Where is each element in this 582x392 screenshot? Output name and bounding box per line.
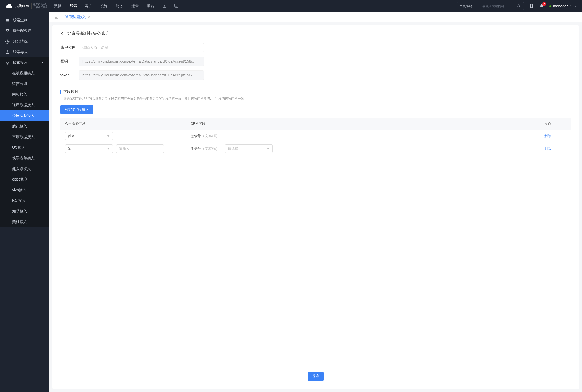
search-button[interactable] xyxy=(514,4,524,8)
col-action: 操作 xyxy=(544,121,571,126)
sidebar-subitem[interactable]: 知乎接入 xyxy=(0,206,49,217)
svg-rect-6 xyxy=(6,20,9,20)
svg-rect-7 xyxy=(6,21,9,22)
sidebar-subitem[interactable]: 快手表单接入 xyxy=(0,153,49,164)
crm-field-type: （文本框） xyxy=(201,146,220,151)
table-row: 项目微信号（文本框）请选择删除 xyxy=(60,142,571,155)
main: 通用数据接入✕ 北京昱新科技头条账户 账户名称 密钥 token xyxy=(49,12,582,392)
sidebar-subitem[interactable]: UC接入 xyxy=(0,142,49,153)
sidebar-subitem[interactable]: 百度数据接入 xyxy=(0,132,49,142)
sidebar-subitem[interactable]: 在线客服接入 xyxy=(0,68,49,79)
pie-icon xyxy=(5,39,10,44)
user-menu[interactable]: manager11 xyxy=(549,4,577,8)
sidebar-item[interactable]: 线索查询 xyxy=(0,15,49,25)
sidebar-item[interactable]: 线索接入 xyxy=(0,57,49,68)
topnav-item[interactable]: 客户 xyxy=(85,4,92,8)
status-dot xyxy=(549,5,551,7)
topnav-item[interactable]: 公海 xyxy=(100,4,108,8)
toutiao-extra-input[interactable] xyxy=(116,144,164,153)
sidebar-subitem[interactable]: 通用数据接入 xyxy=(0,100,49,110)
search-type-select[interactable]: 手机号码 xyxy=(457,2,479,10)
chevron-down-icon xyxy=(474,5,476,7)
tab-label: 通用数据接入 xyxy=(65,15,86,19)
user-icon[interactable] xyxy=(162,4,167,8)
account-name-input[interactable] xyxy=(79,43,204,52)
topnav-item[interactable]: 运营 xyxy=(131,4,139,8)
username: manager11 xyxy=(553,4,572,8)
add-mapping-button[interactable]: +添加字段映射 xyxy=(60,105,93,114)
toutiao-field-select[interactable]: 姓名 xyxy=(65,132,113,140)
crm-field-name: 微信号 xyxy=(191,146,201,151)
sidebar-subitem[interactable]: oppo接入 xyxy=(0,174,49,185)
logo-brand: 云朵CRM xyxy=(15,4,30,8)
topnav-item[interactable]: 线索 xyxy=(70,4,77,8)
phone-icon[interactable] xyxy=(174,4,178,8)
chevron-down-icon xyxy=(574,5,577,7)
notification-count: 5 xyxy=(542,2,546,6)
top-bar: 云朵CRM 教育机构一站式服务云平台 数据线索客户公海财务运营报名 手机号码 5… xyxy=(0,0,582,12)
sidebar-subitem[interactable]: vivo接入 xyxy=(0,185,49,195)
svg-rect-5 xyxy=(6,19,9,19)
content: 北京昱新科技头条账户 账户名称 密钥 token 字段映射 请确保您在此填写的头… xyxy=(52,25,579,389)
sidebar-item-label: 分配情况 xyxy=(13,39,28,44)
sidebar: 线索查询待分配客户分配情况线索导入线索接入在线客服接入留言分组网校接入通用数据接… xyxy=(0,12,49,392)
token-input[interactable] xyxy=(79,70,204,80)
svg-point-1 xyxy=(517,5,520,7)
delete-link[interactable]: 删除 xyxy=(544,147,551,151)
col-crm: CRM字段 xyxy=(191,121,544,126)
mapping-desc: 请确保您在此填写的头条自定义字段名称与在今日头条平台中自定义的字段名称一致，并且… xyxy=(60,96,571,101)
chevron-up-icon xyxy=(41,61,44,64)
sidebar-subitem[interactable]: 腾讯接入 xyxy=(0,121,49,132)
cloud-icon xyxy=(5,2,13,10)
sidebar-subitem[interactable]: 美柚接入 xyxy=(0,217,49,227)
sidebar-item-label: 待分配客户 xyxy=(13,28,31,33)
top-nav: 数据线索客户公海财务运营报名 xyxy=(54,4,154,8)
crm-field-name: 微信号 xyxy=(191,134,201,138)
sidebar-item[interactable]: 线索导入 xyxy=(0,47,49,57)
page-title: 北京昱新科技头条账户 xyxy=(67,31,110,36)
plug-icon xyxy=(5,61,10,65)
mapping-title: 字段映射 xyxy=(63,90,78,94)
svg-line-2 xyxy=(519,7,520,7)
filter-icon xyxy=(5,29,10,33)
table-header: 今日头条字段 CRM字段 操作 xyxy=(60,118,571,130)
key-label: 密钥 xyxy=(60,59,79,64)
tab-close[interactable]: ✕ xyxy=(88,15,91,19)
sidebar-item[interactable]: 待分配客户 xyxy=(0,25,49,36)
search-input[interactable] xyxy=(479,4,514,8)
top-icons xyxy=(162,4,178,8)
topnav-item[interactable]: 财务 xyxy=(116,4,123,8)
logo-sub: 教育机构一站式服务云平台 xyxy=(31,3,48,9)
sidebar-subitem[interactable]: 趣头条接入 xyxy=(0,164,49,174)
sidebar-item-label: 线索查询 xyxy=(13,18,28,23)
collapse-button[interactable] xyxy=(52,15,61,19)
toutiao-field-select[interactable]: 项目 xyxy=(65,144,113,153)
section-bar xyxy=(60,90,61,94)
topnav-item[interactable]: 报名 xyxy=(147,4,154,8)
logo[interactable]: 云朵CRM 教育机构一站式服务云平台 xyxy=(5,2,48,10)
mobile-icon[interactable] xyxy=(529,4,534,8)
sidebar-item[interactable]: 分配情况 xyxy=(0,36,49,47)
sidebar-subitem[interactable]: 今日头条接入 xyxy=(0,110,49,121)
chevron-down-icon xyxy=(267,147,270,150)
sidebar-item-label: 线索导入 xyxy=(13,50,28,54)
tab[interactable]: 通用数据接入✕ xyxy=(61,12,94,22)
sidebar-subitem[interactable]: 网校接入 xyxy=(0,89,49,100)
key-input[interactable] xyxy=(79,57,204,66)
sidebar-subitem[interactable]: B站接入 xyxy=(0,195,49,206)
back-button[interactable] xyxy=(60,32,65,36)
delete-link[interactable]: 删除 xyxy=(544,134,551,138)
crm-field-select[interactable]: 请选择 xyxy=(225,144,273,153)
topnav-item[interactable]: 数据 xyxy=(54,4,62,8)
token-label: token xyxy=(60,73,79,77)
save-button[interactable]: 保存 xyxy=(308,372,324,381)
list-icon xyxy=(5,18,10,22)
chevron-down-icon xyxy=(107,147,110,150)
search-group: 手机号码 xyxy=(457,2,524,10)
notification-bell[interactable]: 5 xyxy=(539,4,544,8)
sidebar-subitem[interactable]: 留言分组 xyxy=(0,79,49,89)
name-label: 账户名称 xyxy=(60,45,79,50)
mapping-table: 今日头条字段 CRM字段 操作 姓名微信号（文本框）删除项目微信号（文本框）请选… xyxy=(60,118,571,155)
crm-field-type: （文本框） xyxy=(201,134,220,138)
sidebar-item-label: 线索接入 xyxy=(13,60,28,65)
